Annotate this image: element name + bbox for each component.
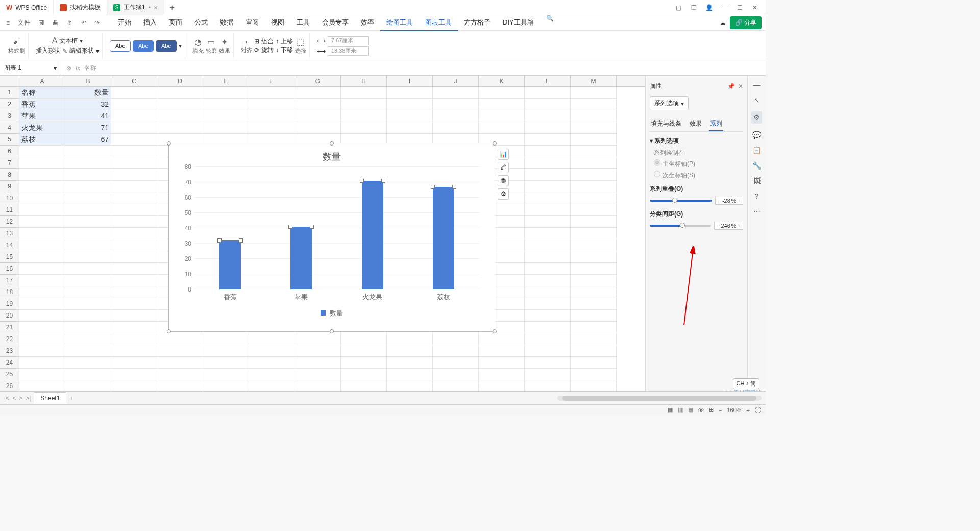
effects-label[interactable]: 效果: [219, 47, 230, 55]
cell[interactable]: 香蕉: [19, 99, 65, 110]
bars[interactable]: [194, 167, 479, 289]
zoom-in-icon[interactable]: +: [747, 407, 750, 413]
view-break-icon[interactable]: ▤: [688, 406, 693, 413]
cell[interactable]: [19, 204, 65, 216]
cell[interactable]: [19, 357, 65, 369]
zoom-out-icon[interactable]: −: [719, 407, 722, 413]
overlap-value-box[interactable]: − -28 % +: [715, 197, 743, 205]
dropdown-icon[interactable]: ▾: [96, 47, 99, 55]
maximize-icon[interactable]: ☐: [733, 3, 746, 13]
cell[interactable]: [571, 345, 617, 357]
cell[interactable]: [571, 380, 617, 392]
cell[interactable]: 苹果: [19, 110, 65, 122]
menu-view[interactable]: 视图: [265, 15, 290, 31]
cell[interactable]: [571, 228, 617, 239]
user-avatar-icon[interactable]: 👤: [702, 3, 716, 13]
cell[interactable]: [203, 122, 249, 134]
series-options-dropdown[interactable]: 系列选项 ▾: [650, 96, 689, 110]
row-header[interactable]: 8: [0, 169, 19, 181]
cell[interactable]: [111, 286, 157, 298]
cell[interactable]: [19, 298, 65, 310]
cell[interactable]: [295, 345, 341, 357]
cell[interactable]: [65, 357, 111, 369]
cell[interactable]: [571, 110, 617, 122]
cell[interactable]: 67: [65, 134, 111, 146]
cell[interactable]: [111, 146, 157, 157]
view-page-icon[interactable]: ▥: [678, 406, 683, 413]
cell[interactable]: [571, 322, 617, 333]
cell[interactable]: [525, 286, 571, 298]
primary-axis-radio[interactable]: 主坐标轴(P): [654, 159, 743, 168]
cell[interactable]: [571, 87, 617, 99]
row-header[interactable]: 18: [0, 286, 19, 298]
cell[interactable]: [249, 369, 295, 380]
cell[interactable]: 32: [65, 99, 111, 110]
cell[interactable]: [111, 333, 157, 345]
col-header[interactable]: I: [387, 76, 433, 86]
cell[interactable]: [157, 122, 203, 134]
cell[interactable]: [433, 357, 479, 369]
cell[interactable]: [203, 357, 249, 369]
cell[interactable]: [65, 298, 111, 310]
chart-settings-icon[interactable]: ⚙: [498, 188, 509, 200]
cell[interactable]: [525, 345, 571, 357]
cell[interactable]: [65, 275, 111, 286]
row-header[interactable]: 16: [0, 263, 19, 275]
cell[interactable]: [111, 204, 157, 216]
cell[interactable]: [525, 298, 571, 310]
cell[interactable]: [571, 204, 617, 216]
move-up-icon[interactable]: ↑: [276, 38, 279, 45]
cell[interactable]: [387, 122, 433, 134]
cell[interactable]: [525, 204, 571, 216]
group-icon[interactable]: ⊞: [254, 38, 259, 45]
group-label[interactable]: 组合: [261, 37, 274, 46]
menu-efficiency[interactable]: 效率: [355, 15, 380, 31]
tab-series[interactable]: 系列: [709, 117, 723, 131]
cell[interactable]: [571, 251, 617, 263]
cell[interactable]: [341, 345, 387, 357]
cell[interactable]: [65, 380, 111, 392]
cell[interactable]: [203, 333, 249, 345]
chart-elements-icon[interactable]: 📊: [498, 149, 509, 160]
cell[interactable]: [111, 134, 157, 146]
cell[interactable]: [525, 99, 571, 110]
cell[interactable]: [249, 380, 295, 392]
row-header[interactable]: 14: [0, 239, 19, 251]
chart-handle[interactable]: [167, 329, 171, 333]
cell[interactable]: [157, 380, 203, 392]
cell[interactable]: [111, 228, 157, 239]
menu-page[interactable]: 页面: [163, 15, 188, 31]
cell[interactable]: [111, 87, 157, 99]
cell[interactable]: [111, 275, 157, 286]
row-header[interactable]: 6: [0, 146, 19, 157]
col-header[interactable]: M: [571, 76, 617, 86]
cell[interactable]: [65, 169, 111, 181]
search-icon[interactable]: 🔍: [546, 15, 554, 31]
cell[interactable]: [65, 157, 111, 169]
cell[interactable]: [571, 146, 617, 157]
cell[interactable]: [295, 380, 341, 392]
cell[interactable]: [65, 333, 111, 345]
cell[interactable]: [341, 122, 387, 134]
edit-shape-icon[interactable]: ✎: [62, 47, 67, 55]
cell[interactable]: [19, 369, 65, 380]
chart-bar[interactable]: [362, 181, 383, 289]
zoom-level[interactable]: 160%: [727, 407, 741, 413]
cell[interactable]: 41: [65, 110, 111, 122]
cell[interactable]: [295, 333, 341, 345]
cell[interactable]: [341, 87, 387, 99]
cell[interactable]: [571, 181, 617, 192]
menu-tools[interactable]: 工具: [290, 15, 316, 31]
cell[interactable]: [203, 99, 249, 110]
sheet-nav-next-icon[interactable]: >: [19, 395, 22, 402]
cell[interactable]: [433, 369, 479, 380]
increment-icon[interactable]: +: [738, 198, 741, 204]
row-header[interactable]: 2: [0, 99, 19, 110]
cell[interactable]: [525, 192, 571, 204]
cell[interactable]: [157, 357, 203, 369]
cell[interactable]: [479, 122, 525, 134]
row-header[interactable]: 13: [0, 228, 19, 239]
chart-handle[interactable]: [330, 329, 334, 333]
menu-draw-tools[interactable]: 绘图工具: [380, 15, 419, 31]
col-header[interactable]: B: [65, 76, 111, 86]
